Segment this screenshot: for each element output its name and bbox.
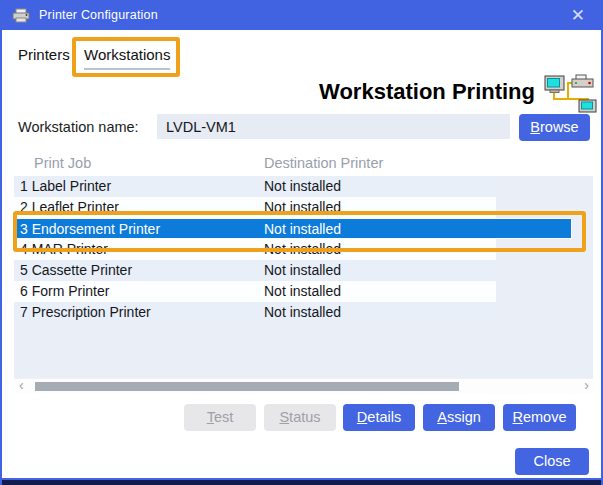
print-job-cell: 3 Endorsement Printer — [20, 219, 160, 240]
print-job-cell: 5 Cassette Printer — [20, 260, 132, 281]
printer-icon — [12, 8, 30, 23]
list-header: Print Job Destination Printer — [14, 152, 593, 176]
print-job-cell: 7 Prescription Printer — [20, 302, 151, 323]
status-button[interactable]: Status — [264, 404, 336, 431]
close-icon[interactable]: ✕ — [565, 5, 591, 26]
print-job-cell: 6 Form Printer — [20, 281, 109, 302]
workstation-name-input[interactable] — [157, 114, 510, 139]
table-row[interactable]: 1 Label Printer Not installed — [14, 176, 593, 197]
list-rows: 1 Label Printer Not installed 2 Leaflet … — [14, 176, 593, 323]
title-bar: Printer Configuration ✕ — [0, 0, 603, 30]
page-title: Workstation Printing — [319, 79, 535, 105]
destination-cell: Not installed — [264, 302, 341, 323]
horizontal-scrollbar[interactable]: ‹ › — [14, 378, 593, 393]
column-header-print-job: Print Job — [34, 155, 91, 171]
table-row[interactable]: 6 Form Printer Not installed — [14, 281, 593, 302]
destination-cell: Not installed — [264, 176, 341, 197]
window-title: Printer Configuration — [39, 8, 158, 22]
browse-button[interactable]: Browse — [519, 114, 590, 141]
scrollbar-thumb[interactable] — [35, 382, 459, 391]
close-button[interactable]: Close — [515, 448, 589, 475]
tab-workstations[interactable]: Workstations — [84, 46, 170, 70]
destination-cell: Not installed — [264, 219, 341, 240]
table-row[interactable]: 2 Leaflet Printer Not installed — [14, 197, 593, 218]
print-job-cell: 2 Leaflet Printer — [20, 197, 119, 218]
destination-cell: Not installed — [264, 239, 341, 260]
column-header-destination-printer: Destination Printer — [264, 155, 383, 171]
tab-printers[interactable]: Printers — [18, 46, 70, 63]
destination-cell: Not installed — [264, 197, 341, 218]
details-button[interactable]: Details — [343, 404, 415, 431]
remove-button[interactable]: Remove — [503, 404, 576, 431]
scroll-right-icon[interactable]: › — [584, 378, 589, 393]
table-row[interactable]: 4 MAR Printer Not installed — [14, 239, 593, 260]
printer-configuration-dialog: Printer Configuration ✕ Printers Worksta… — [0, 0, 603, 485]
table-row-selected[interactable]: 3 Endorsement Printer Not installed — [14, 218, 572, 239]
assign-button[interactable]: Assign — [423, 404, 495, 431]
test-button[interactable]: Test — [184, 404, 256, 431]
network-printing-icon — [543, 74, 600, 114]
destination-cell: Not installed — [264, 281, 341, 302]
print-job-list: Print Job Destination Printer 1 Label Pr… — [14, 152, 593, 378]
print-job-cell: 1 Label Printer — [20, 176, 111, 197]
scroll-left-icon[interactable]: ‹ — [19, 378, 24, 393]
workstation-name-label: Workstation name: — [18, 119, 139, 135]
print-job-cell: 4 MAR Printer — [20, 239, 108, 260]
destination-cell: Not installed — [264, 260, 341, 281]
window-bottom-border — [0, 478, 603, 485]
table-row[interactable]: 7 Prescription Printer Not installed — [14, 302, 593, 323]
table-row[interactable]: 5 Cassette Printer Not installed — [14, 260, 593, 281]
